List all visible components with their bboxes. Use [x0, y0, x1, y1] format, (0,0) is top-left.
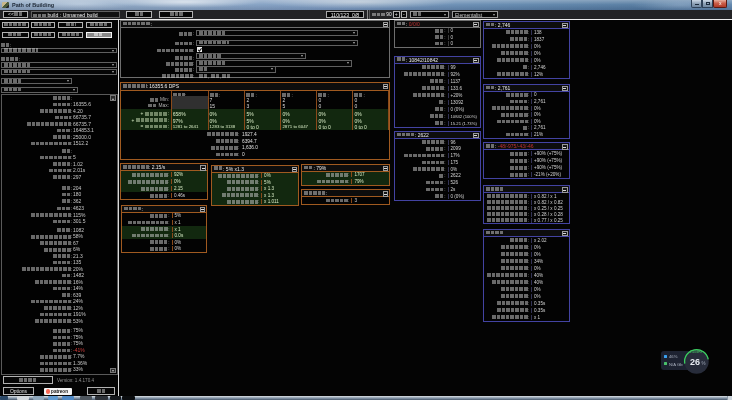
svg-text:26: 26 [690, 357, 700, 367]
svg-text:2.60GHz: 2.60GHz [690, 350, 702, 354]
svg-text:%: % [701, 361, 705, 366]
